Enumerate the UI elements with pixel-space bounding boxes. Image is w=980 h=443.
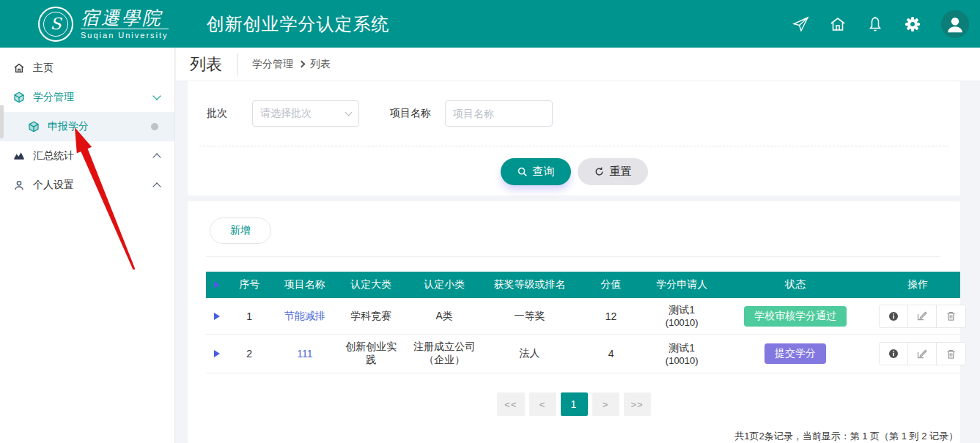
search-form-row: 批次 请选择批次 项目名称 bbox=[188, 100, 960, 127]
sidebar-item-label: 个人设置 bbox=[33, 179, 146, 192]
cell-subcategory: A类 bbox=[403, 298, 486, 335]
table-row: 2 111 创新创业实践 注册成立公司（企业） 法人 4 测试1 (10010)… bbox=[206, 335, 960, 373]
batch-label: 批次 bbox=[207, 107, 227, 120]
divider bbox=[206, 256, 940, 257]
applicant-name: 测试1 bbox=[668, 342, 695, 354]
row-actions bbox=[879, 342, 966, 365]
sidebar: 主页 学分管理 申报学分 汇总统计 个人设置 bbox=[0, 48, 175, 443]
project-name-input[interactable] bbox=[445, 100, 553, 127]
cell-award: 法人 bbox=[486, 335, 573, 373]
gear-icon[interactable] bbox=[904, 15, 921, 33]
col-project-name: 项目名称 bbox=[270, 272, 339, 298]
table-header: 序号 项目名称 认定大类 认定小类 获奖等级或排名 分值 学分申请人 状态 操作 bbox=[206, 272, 960, 298]
cube-icon bbox=[28, 121, 40, 133]
divider bbox=[237, 53, 237, 75]
sidebar-item-summary-statistics[interactable]: 汇总统计 bbox=[0, 141, 174, 171]
query-button[interactable]: 查询 bbox=[501, 158, 571, 185]
sidebar-item-home[interactable]: 主页 bbox=[0, 53, 174, 83]
sidebar-item-label: 申报学分 bbox=[48, 120, 143, 133]
col-status: 状态 bbox=[715, 272, 876, 298]
cell-category: 学科竞赛 bbox=[339, 298, 402, 335]
delete-button[interactable] bbox=[937, 305, 965, 327]
pagination-first-button[interactable]: << bbox=[497, 392, 524, 416]
breadcrumb-parent[interactable]: 学分管理 bbox=[252, 58, 293, 71]
search-panel: 批次 请选择批次 项目名称 查询 重置 bbox=[188, 81, 960, 196]
trash-icon bbox=[946, 310, 957, 321]
main-area: 列表 学分管理 列表 批次 请选择批次 项目名称 查 bbox=[176, 48, 980, 443]
sidebar-item-label: 学分管理 bbox=[33, 91, 146, 104]
sidebar-item-credit-management[interactable]: 学分管理 bbox=[0, 83, 174, 112]
dashed-divider bbox=[199, 146, 948, 146]
edit-button[interactable] bbox=[908, 343, 937, 365]
home-icon bbox=[13, 62, 25, 74]
chevron-right-icon bbox=[298, 61, 306, 68]
info-button[interactable] bbox=[880, 343, 908, 365]
university-logo: S 宿遷學院 Suqian University bbox=[38, 7, 169, 42]
pagination-prev-button[interactable]: < bbox=[529, 392, 556, 416]
university-seal-icon: S bbox=[38, 7, 73, 42]
chevron-down-icon bbox=[345, 109, 353, 116]
col-applicant: 学分申请人 bbox=[649, 272, 715, 298]
applicant-id: (10010) bbox=[652, 317, 712, 328]
chevron-up-icon bbox=[152, 153, 161, 161]
record-summary: 共1页2条记录，当前显示：第 1 页（第 1 到 2 记录） bbox=[188, 430, 960, 443]
pagination-last-button[interactable]: >> bbox=[624, 392, 651, 416]
sidebar-item-personal-settings[interactable]: 个人设置 bbox=[0, 171, 174, 200]
breadcrumb-current: 列表 bbox=[310, 58, 331, 71]
app-header: S 宿遷學院 Suqian University 创新创业学分认定系统 bbox=[0, 0, 980, 48]
sidebar-scrollbar[interactable] bbox=[0, 105, 4, 138]
info-icon bbox=[888, 310, 899, 322]
col-seq: 序号 bbox=[229, 272, 270, 298]
cell-applicant: 测试1 (10010) bbox=[649, 298, 715, 335]
reset-button[interactable]: 重置 bbox=[578, 158, 648, 185]
bell-icon[interactable] bbox=[866, 15, 884, 33]
add-button[interactable]: 新增 bbox=[210, 217, 271, 244]
sidebar-item-label: 主页 bbox=[33, 62, 161, 75]
table-panel: 新增 序号 项目名称 认定大类 认定小类 获奖等级或排名 bbox=[188, 201, 960, 443]
edit-button[interactable] bbox=[908, 305, 937, 327]
cell-award: 一等奖 bbox=[486, 298, 573, 335]
col-score: 分值 bbox=[573, 272, 649, 298]
pagination-page-1[interactable]: 1 bbox=[561, 392, 588, 416]
project-link[interactable]: 节能减排 bbox=[284, 310, 325, 321]
breadcrumb-bar: 列表 学分管理 列表 bbox=[176, 48, 980, 81]
status-badge: 学校审核学分通过 bbox=[744, 306, 847, 327]
cell-seq: 1 bbox=[229, 298, 270, 335]
cell-seq: 2 bbox=[229, 335, 270, 373]
cell-applicant: 测试1 (10010) bbox=[649, 335, 715, 373]
sidebar-item-declare-credit[interactable]: 申报学分 bbox=[0, 112, 174, 141]
seal-letter: S bbox=[43, 12, 68, 37]
cell-score: 12 bbox=[573, 298, 649, 335]
applicant-id: (10010) bbox=[652, 355, 712, 366]
edit-icon bbox=[916, 310, 927, 321]
reset-button-label: 重置 bbox=[610, 165, 632, 179]
content: 批次 请选择批次 项目名称 查询 重置 bbox=[176, 81, 980, 443]
cell-subcategory: 注册成立公司（企业） bbox=[403, 335, 486, 373]
refresh-icon bbox=[594, 166, 605, 177]
chevron-down-icon bbox=[152, 92, 161, 100]
home-icon[interactable] bbox=[829, 15, 847, 33]
triangle-right-icon bbox=[214, 281, 220, 288]
info-icon bbox=[888, 348, 899, 360]
page-title: 列表 bbox=[190, 53, 222, 75]
expand-row-icon[interactable] bbox=[214, 313, 220, 320]
applicant-name: 测试1 bbox=[668, 304, 695, 316]
col-category: 认定大类 bbox=[339, 272, 402, 298]
pagination-next-button[interactable]: > bbox=[592, 392, 619, 416]
avatar[interactable] bbox=[941, 10, 969, 38]
expand-row-icon[interactable] bbox=[214, 350, 220, 357]
expand-all-header[interactable] bbox=[206, 272, 229, 298]
col-award: 获奖等级或排名 bbox=[486, 272, 573, 298]
chevron-up-icon bbox=[152, 182, 161, 190]
breadcrumb: 学分管理 列表 bbox=[252, 58, 331, 71]
send-icon[interactable] bbox=[792, 15, 809, 33]
cell-score: 4 bbox=[573, 335, 649, 373]
active-dot-badge bbox=[151, 123, 158, 130]
info-button[interactable] bbox=[880, 305, 908, 327]
project-link[interactable]: 111 bbox=[297, 348, 312, 360]
credits-table: 序号 项目名称 认定大类 认定小类 获奖等级或排名 分值 学分申请人 状态 操作 bbox=[206, 272, 960, 373]
logo-text: 宿遷學院 Suqian University bbox=[81, 8, 169, 40]
delete-button[interactable] bbox=[937, 343, 965, 365]
batch-select[interactable]: 请选择批次 bbox=[252, 100, 359, 127]
cube-icon bbox=[13, 92, 25, 103]
